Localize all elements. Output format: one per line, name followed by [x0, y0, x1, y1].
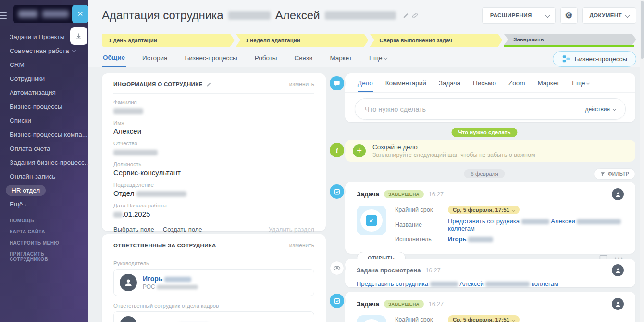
filter-button[interactable]: ФИЛЬТР: [594, 168, 635, 180]
avatar[interactable]: [612, 188, 624, 200]
tab-business-processes[interactable]: Бизнес-процессы: [184, 51, 238, 67]
scrollbar-thumb[interactable]: [641, 1, 644, 59]
tab-deal-activity[interactable]: Дело: [358, 79, 373, 92]
sidebar-item-tasks[interactable]: Задачи и Проекты: [0, 30, 88, 44]
field-position: Должность Сервис-консультант: [113, 161, 314, 177]
actions-dropdown[interactable]: действия: [585, 106, 616, 113]
field-patronymic: Отчество: [113, 141, 314, 156]
sidebar-item-bp-tasks[interactable]: Задания бизнес-процесс...: [0, 155, 88, 169]
sidebar-item-automation[interactable]: Автоматизация: [0, 86, 88, 100]
stage-finish[interactable]: Завершить: [504, 34, 636, 47]
composer-tabs: Дело Комментарий Задача Письмо Zoom Марк…: [345, 73, 635, 93]
tab-more[interactable]: Еще: [368, 51, 388, 67]
task-name-link[interactable]: Представить сотрудника Алексей коллегам: [357, 280, 558, 287]
scrollbar: [640, 0, 644, 322]
avatar[interactable]: [120, 274, 137, 291]
tab-relations[interactable]: Связи: [294, 51, 314, 67]
card-title: ОТВЕТСТВЕННЫЕ ЗА СОТРУДНИКА: [113, 243, 216, 248]
edit-pencil-icon[interactable]: [403, 13, 409, 19]
task-icon: ✓: [357, 206, 386, 235]
eye-icon: [330, 261, 344, 275]
tab-market[interactable]: Маркет: [537, 79, 559, 92]
avatar[interactable]: [120, 316, 137, 322]
sidebar-item-company-bp[interactable]: Бизнес-процессы компа...: [0, 128, 88, 142]
tab-comment[interactable]: Комментарий: [385, 79, 426, 92]
gear-icon: ⚙: [565, 10, 573, 21]
stage-day-1[interactable]: 1 день адаптации: [102, 34, 235, 47]
avatar[interactable]: [612, 264, 624, 276]
deadline-pill[interactable]: Ср, 5 февраля, 17:51: [448, 315, 520, 322]
tab-robots[interactable]: Роботы: [254, 51, 278, 67]
deadline-pill[interactable]: Ср, 5 февраля, 17:51: [448, 206, 520, 214]
sidebar-item-business-processes[interactable]: Бизнес-процессы: [0, 100, 88, 114]
date-separator[interactable]: 6 февраля: [464, 169, 505, 178]
sidebar-item-help[interactable]: ПОМОЩЬ: [0, 215, 88, 226]
manager-name-link[interactable]: Игорь: [143, 275, 198, 283]
avatar[interactable]: [612, 298, 624, 310]
delete-section-link[interactable]: Удалить раздел: [269, 226, 314, 233]
main-tabs: Общие История Бизнес-процессы Роботы Свя…: [102, 50, 636, 67]
page-title: Адаптация сотрудника Алексей: [102, 9, 418, 22]
tab-history[interactable]: История: [141, 51, 168, 67]
task-time: 16:27: [429, 191, 444, 198]
redacted-value: [430, 282, 458, 287]
chevron-down-icon: [613, 107, 616, 111]
business-processes-button[interactable]: Бизнес-процессы: [553, 51, 636, 67]
create-field-link[interactable]: Создать поле: [163, 226, 202, 233]
edit-link[interactable]: изменить: [289, 81, 314, 88]
tab-zoom[interactable]: Zoom: [508, 79, 525, 92]
sidebar-item-hr-department[interactable]: HR отдел: [0, 183, 88, 197]
tab-email[interactable]: Письмо: [473, 79, 496, 92]
plus-icon[interactable]: +: [353, 144, 366, 157]
person-icon: [124, 278, 133, 287]
viewed-title: Задача просмотрена: [357, 267, 421, 274]
document-button[interactable]: ДОКУМЕНТ: [582, 7, 636, 24]
field-department: Подразделение Отдел: [113, 182, 314, 197]
redacted-value: [136, 191, 186, 197]
task-check-icon: [330, 184, 344, 199]
sidebar-item-configure-menu[interactable]: НАСТРОИТЬ МЕНЮ: [0, 237, 88, 248]
hint-subtitle: Запланируйте следующий шаг, чтобы не заб…: [372, 152, 535, 158]
stage-task-check[interactable]: Сверка выполнения задач: [370, 34, 503, 47]
sidebar-item-invoice-payment[interactable]: Оплата счета: [0, 142, 88, 155]
redacted-value: [468, 237, 493, 242]
hint-title: Создайте дело: [372, 143, 535, 151]
sidebar-item-invite-employees[interactable]: ПРИГЛАСИТЬ СОТРУДНИКОВ: [0, 248, 88, 265]
sidebar-item-lists[interactable]: Списки: [0, 114, 88, 128]
tab-market[interactable]: Маркет: [329, 51, 353, 67]
deadline-label: Крайний срок: [395, 316, 448, 322]
settings-button[interactable]: ⚙: [560, 7, 578, 24]
sidebar-item-sitemap[interactable]: КАРТА САЙТА: [0, 226, 88, 237]
link-icon[interactable]: [412, 13, 418, 19]
extensions-dropdown[interactable]: [540, 8, 555, 23]
select-field-link[interactable]: Выбрать поле: [113, 226, 154, 233]
sidebar-item-employees[interactable]: Сотрудники: [0, 72, 88, 86]
assignee-link[interactable]: Игорь: [448, 235, 493, 243]
edit-pencil-icon[interactable]: [206, 82, 211, 87]
hamburger-menu-icon[interactable]: [0, 10, 7, 21]
task-name-link[interactable]: Представить сотрудника Алексей коллегам: [448, 218, 624, 232]
todo-quick-button[interactable]: Что нужно сделать: [451, 128, 517, 137]
redacted-surname: [228, 11, 271, 20]
chevron-down-icon: [512, 208, 515, 211]
tab-general[interactable]: Общие: [102, 50, 126, 67]
edit-link[interactable]: изменить: [289, 242, 314, 249]
status-badge: ЗАВЕРШЕНА: [384, 300, 424, 308]
chevron-down-icon: [72, 48, 75, 52]
sidebar-item-collaboration[interactable]: Совместная работа: [0, 44, 88, 58]
extensions-button[interactable]: РАСШИРЕНИЯ: [482, 7, 556, 24]
field-surname: Фамилия: [113, 99, 314, 115]
person-icon: [124, 320, 133, 322]
sidebar-item-more[interactable]: Ещё ·: [0, 197, 88, 211]
workspace-logo: ✕: [13, 5, 88, 23]
tab-task[interactable]: Задача: [439, 79, 460, 92]
task-time: 16:27: [429, 301, 444, 308]
stage-week-1[interactable]: 1 неделя адаптации: [236, 34, 369, 47]
task-card: Задача ЗАВЕРШЕНА 16:27 ✓ Крайний срок Ср…: [345, 292, 635, 322]
tab-more[interactable]: Еще: [572, 79, 589, 92]
todo-input[interactable]: [365, 105, 585, 113]
sidebar-item-online-booking[interactable]: Онлайн-запись: [0, 169, 88, 183]
create-activity-hint[interactable]: + Создайте дело Запланируйте следующий ш…: [345, 140, 635, 162]
sidebar-item-crm[interactable]: CRM: [0, 58, 88, 72]
close-icon[interactable]: ✕: [72, 5, 88, 23]
